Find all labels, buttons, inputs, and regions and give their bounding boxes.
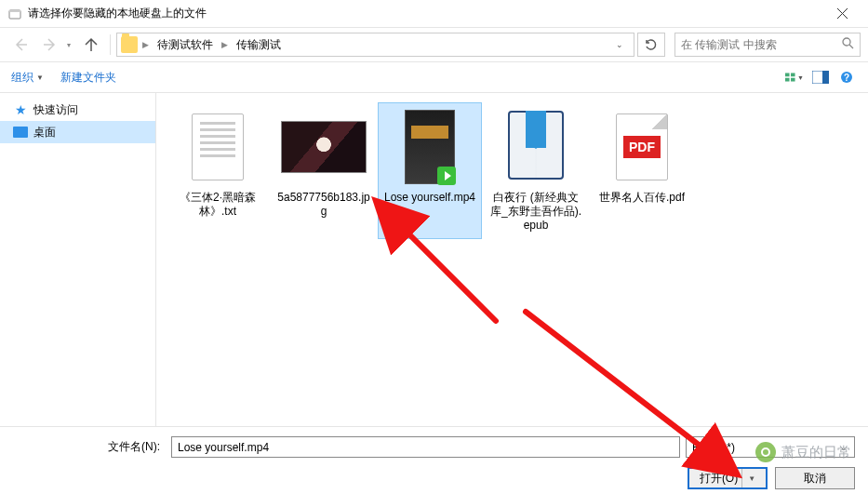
svg-rect-3 [785,73,790,76]
svg-rect-1 [9,10,20,12]
pdf-icon: PDF [616,113,668,180]
file-label: Lose yourself.mp4 [384,191,475,205]
separator [110,34,111,55]
address-bar[interactable]: ▶ 待测试软件 ▶ 传输测试 ⌄ [116,33,634,57]
dialog-footer: 文件名(N): Files(*.*) ⌄ 打开(O) ▼ 取消 [0,426,868,494]
command-bar: 组织 ▼ 新建文件夹 ▼ ? [0,61,868,93]
search-box[interactable] [674,33,861,57]
filename-label: 文件名(N): [13,439,166,455]
svg-text:?: ? [844,73,849,83]
file-item[interactable]: 5a5877756b183.jpg [272,102,376,239]
up-button[interactable] [78,32,104,58]
video-thumbnail [405,110,455,184]
view-options-button[interactable]: ▼ [784,67,805,87]
svg-rect-8 [822,71,829,84]
svg-rect-4 [791,73,795,76]
sidebar: ★ 快速访问 桌面 [0,93,156,426]
file-list[interactable]: 《三体2·黑暗森林》.txt 5a5877756b183.jpg Lose yo… [156,93,868,426]
breadcrumb-segment[interactable]: 待测试软件 [154,35,217,55]
svg-rect-5 [785,78,790,82]
cancel-button[interactable]: 取消 [775,467,855,489]
file-item[interactable]: PDF 世界名人百传.pdf [590,102,694,239]
address-dropdown[interactable]: ⌄ [609,40,630,49]
open-label: 打开(O) [700,471,738,487]
close-button[interactable] [823,0,861,28]
search-icon [842,37,854,52]
newfolder-label: 新建文件夹 [60,70,116,86]
star-icon: ★ [13,102,28,117]
history-dropdown[interactable]: ▾ [67,41,74,49]
sidebar-item-quickaccess[interactable]: ★ 快速访问 [0,99,155,121]
organize-label: 组织 [11,70,33,86]
refresh-icon [645,38,658,51]
chevron-right-icon: ▶ [141,40,150,49]
filetype-value: Files(*.*) [692,441,735,454]
image-thumbnail [281,121,367,173]
wechat-icon [755,442,776,462]
window-title: 请选择你要隐藏的本地硬盘上的文件 [28,6,823,21]
cancel-label: 取消 [804,471,826,487]
arrow-up-icon [84,37,99,52]
help-button[interactable]: ? [836,67,857,87]
file-item[interactable]: 《三体2·黑暗森林》.txt [166,102,270,239]
text-file-icon [192,113,244,180]
file-item[interactable]: 白夜行 (新经典文库_东野圭吾作品).epub [484,102,588,239]
back-button[interactable] [7,32,33,58]
folder-icon [121,36,138,53]
filename-input[interactable] [171,436,680,458]
pane-icon [812,71,829,84]
file-item-selected[interactable]: Lose yourself.mp4 [378,102,482,239]
sidebar-item-desktop[interactable]: 桌面 [0,121,155,143]
arrow-right-icon [43,37,58,52]
close-icon [837,8,848,19]
file-label: 5a5877756b183.jpg [276,191,371,219]
chevron-down-icon: ▼ [741,469,755,487]
file-label: 白夜行 (新经典文库_东野圭吾作品).epub [488,191,583,233]
arrow-left-icon [13,37,28,52]
svg-rect-6 [791,78,795,82]
organize-button[interactable]: 组织 ▼ [11,70,44,86]
watermark-text: 萧豆的日常 [781,444,851,461]
sidebar-item-label: 快速访问 [33,102,78,118]
nav-bar: ▾ ▶ 待测试软件 ▶ 传输测试 ⌄ [0,28,868,61]
refresh-button[interactable] [637,33,665,57]
file-label: 《三体2·黑暗森林》.txt [170,191,265,219]
breadcrumb-segment[interactable]: 传输测试 [233,35,285,55]
watermark: 萧豆的日常 [755,442,851,462]
view-icon [785,71,796,84]
preview-pane-button[interactable] [810,67,831,87]
svg-point-2 [843,38,850,46]
help-icon: ? [840,71,853,84]
sidebar-item-label: 桌面 [33,125,56,140]
open-button[interactable]: 打开(O) ▼ [688,467,768,489]
ebook-icon [503,111,568,183]
forward-button[interactable] [37,32,63,58]
chevron-right-icon: ▶ [220,40,229,49]
file-label: 世界名人百传.pdf [599,191,685,205]
desktop-icon [13,125,28,140]
title-bar: 请选择你要隐藏的本地硬盘上的文件 [0,0,868,28]
play-icon [437,167,456,185]
search-input[interactable] [681,38,842,51]
new-folder-button[interactable]: 新建文件夹 [60,70,116,86]
pdf-badge: PDF [623,136,661,158]
app-icon [7,7,22,21]
